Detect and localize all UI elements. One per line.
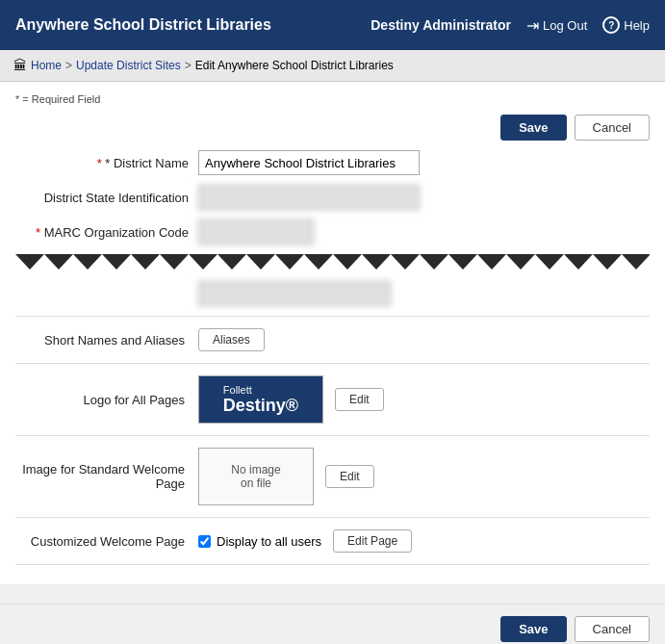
logo-text-bottom: Destiny® xyxy=(223,396,298,416)
marc-org-label: * MARC Organization Code xyxy=(15,225,198,240)
save-button-top[interactable]: Save xyxy=(500,115,566,141)
logo-label: Logo for All Pages xyxy=(15,393,198,407)
display-all-users-checkbox[interactable] xyxy=(198,535,211,548)
logo-text-top: Follett xyxy=(223,384,298,396)
header: Anywhere School District Libraries Desti… xyxy=(0,0,665,50)
marc-org-code-input[interactable] xyxy=(198,219,314,245)
welcome-image-label: Image for Standard Welcome Page xyxy=(15,462,198,491)
content-area: * = Required Field Save Cancel * * Distr… xyxy=(0,82,665,584)
logout-label: Log Out xyxy=(543,18,587,33)
welcome-image-row: Image for Standard Welcome Page No image… xyxy=(15,435,650,517)
customized-welcome-row: Customized Welcome Page Display to all u… xyxy=(15,517,650,565)
top-buttons: Save Cancel xyxy=(15,115,650,141)
display-all-users-label: Display to all users xyxy=(217,534,321,549)
district-state-id-label: District State Identification xyxy=(15,191,198,205)
logout-icon: ⇥ xyxy=(526,16,539,35)
help-label: Help xyxy=(624,18,650,33)
welcome-image-content: No imageon file Edit xyxy=(198,448,650,505)
breadcrumb-sep2: > xyxy=(185,59,192,72)
help-link[interactable]: ? Help xyxy=(602,16,650,34)
logo-row: Logo for All Pages Follett Destiny® Edit xyxy=(15,363,650,435)
short-names-row: Short Names and Aliases Aliases xyxy=(15,316,650,363)
cancel-button-bottom[interactable]: Cancel xyxy=(575,616,650,642)
cancel-button-top[interactable]: Cancel xyxy=(575,115,650,141)
breadcrumb-sep1: > xyxy=(65,59,72,72)
required-note: * = Required Field xyxy=(15,93,650,105)
district-state-id-row: District State Identification xyxy=(15,185,650,210)
save-button-bottom[interactable]: Save xyxy=(500,616,566,642)
help-icon: ? xyxy=(602,16,620,34)
aliases-button[interactable]: Aliases xyxy=(198,328,265,351)
breadcrumb-building-icon: 🏛 xyxy=(13,58,27,73)
short-names-label: Short Names and Aliases xyxy=(15,333,198,348)
breadcrumb-home[interactable]: Home xyxy=(31,59,62,72)
short-names-content: Aliases xyxy=(198,328,650,351)
required-star: * xyxy=(97,156,106,170)
header-title: Anywhere School District Libraries xyxy=(15,16,271,34)
logo-content: Follett Destiny® Edit xyxy=(198,375,650,424)
header-user: Destiny Administrator xyxy=(371,17,511,33)
zigzag-svg xyxy=(15,254,650,277)
obscured-row xyxy=(15,281,650,306)
district-name-row: * * District Name xyxy=(15,150,650,175)
image-edit-button[interactable]: Edit xyxy=(325,465,374,488)
header-right: Destiny Administrator ⇥ Log Out ? Help xyxy=(371,16,650,35)
district-state-id-input[interactable] xyxy=(198,185,420,210)
district-name-input[interactable] xyxy=(198,150,420,175)
marc-org-code-row: * MARC Organization Code xyxy=(15,219,650,245)
zigzag-divider xyxy=(15,254,650,277)
customized-welcome-content: Display to all users Edit Page xyxy=(198,529,650,553)
logo-image: Follett Destiny® xyxy=(198,375,323,424)
breadcrumb: 🏛 Home > Update District Sites > Edit An… xyxy=(0,50,665,82)
breadcrumb-edit: Edit Anywhere School District Libraries xyxy=(195,59,394,72)
obscured-input[interactable] xyxy=(198,281,391,306)
district-name-label: * * District Name xyxy=(15,156,198,170)
no-image-box: No imageon file xyxy=(198,448,314,505)
logo-edit-button[interactable]: Edit xyxy=(335,388,384,411)
logout-link[interactable]: ⇥ Log Out xyxy=(526,16,587,35)
edit-page-button[interactable]: Edit Page xyxy=(333,529,412,553)
breadcrumb-update[interactable]: Update District Sites xyxy=(76,59,181,72)
marc-required-star: * xyxy=(36,225,44,240)
customized-welcome-label: Customized Welcome Page xyxy=(15,534,198,549)
no-image-text: No imageon file xyxy=(231,463,280,490)
display-checkbox-row: Display to all users xyxy=(198,534,321,549)
bottom-bar: Save Cancel xyxy=(0,604,665,644)
